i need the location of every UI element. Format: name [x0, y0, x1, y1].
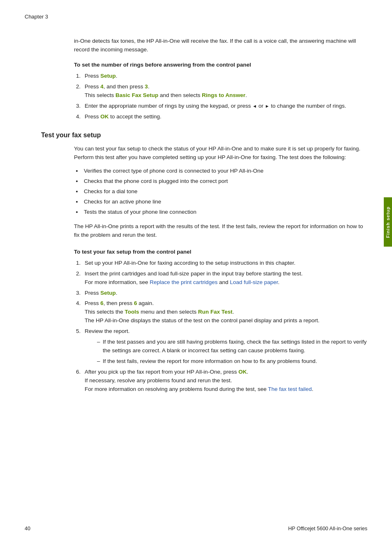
setup-highlight: Setup — [100, 73, 116, 79]
sidebar-label: Finish setup — [385, 206, 390, 238]
step-2-3: Press Setup. — [82, 289, 367, 298]
step-2-1: Set up your HP All-in-One for faxing acc… — [82, 259, 367, 268]
rings-to-answer-link: Rings to Answer — [202, 92, 245, 98]
step-2-2: Insert the print cartridges and load ful… — [82, 270, 367, 287]
page-wrapper: Chapter 3 Finish setup in-One detects fa… — [0, 0, 392, 543]
step-2-6: After you pick up the fax report from yo… — [82, 368, 367, 394]
bullet-3: Checks for a dial tone — [82, 187, 367, 196]
bullet-4: Checks for an active phone line — [82, 198, 367, 206]
dash-2: If the test fails, review the report for… — [97, 357, 367, 366]
step-2-5-dashes: If the test passes and you are still hav… — [89, 338, 367, 366]
content-area: in-One detects fax tones, the HP All-in-… — [41, 37, 367, 394]
bullet-1: Verifies the correct type of phone cord … — [82, 167, 367, 176]
section2-intro1: You can test your fax setup to check the… — [74, 145, 367, 162]
ok-highlight-2: OK — [238, 369, 247, 375]
run-fax-test-highlight: Run Fax Test — [198, 309, 233, 315]
ok-highlight-1: OK — [100, 113, 108, 120]
fax-test-failed-link: The fax test failed — [268, 386, 312, 392]
bullet-2: Checks that the phone cord is plugged in… — [82, 177, 367, 186]
num4-highlight: 4 — [100, 83, 104, 90]
bullet-5: Tests the status of your phone line conn… — [82, 208, 367, 217]
step-2-4: Press 6, then press 6 again. This select… — [82, 299, 367, 325]
page-number: 40 — [25, 526, 30, 531]
section1-heading: To set the number of rings before answer… — [74, 62, 367, 68]
tools-highlight: Tools — [125, 309, 139, 315]
step-1-2: Press 4, and then press 3. This selects … — [82, 83, 367, 100]
sidebar-tab: Finish setup — [384, 197, 392, 247]
section1-steps: Press Setup. Press 4, and then press 3. … — [82, 72, 367, 121]
num3-highlight: 3 — [145, 83, 148, 90]
num6b-highlight: 6 — [134, 300, 137, 306]
section2-bullets: Verifies the correct type of phone cord … — [82, 167, 367, 217]
section2-intro2: The HP All-in-One prints a report with t… — [74, 222, 367, 240]
load-paper-link: Load full-size paper — [230, 279, 278, 285]
dash-1: If the test passes and you are still hav… — [97, 338, 367, 355]
step-2-5: Review the report. If the test passes an… — [82, 327, 367, 366]
section2-title: Test your fax setup — [41, 132, 367, 139]
page-footer: 40 HP Officejet 5600 All-in-One series — [25, 526, 367, 531]
replace-cartridges-link: Replace the print cartridges — [150, 279, 217, 285]
section2-steps: Set up your HP All-in-One for faxing acc… — [82, 259, 367, 394]
product-name: HP Officejet 5600 All-in-One series — [288, 526, 367, 531]
right-arrow: ► — [265, 104, 270, 109]
step-1-4: Press OK to accept the setting. — [82, 113, 367, 121]
basic-fax-setup-link: Basic Fax Setup — [115, 92, 158, 98]
num6a-highlight: 6 — [100, 300, 104, 306]
left-arrow: ◄ — [252, 104, 257, 109]
setup-highlight-2: Setup — [100, 290, 116, 296]
step-1-3: Enter the appropriate number of rings by… — [82, 102, 367, 111]
chapter-label: Chapter 3 — [25, 14, 48, 20]
intro-paragraph: in-One detects fax tones, the HP All-in-… — [74, 37, 367, 54]
section2-sub-heading: To test your fax setup from the control … — [74, 249, 367, 255]
step-1-1: Press Setup. — [82, 72, 367, 81]
